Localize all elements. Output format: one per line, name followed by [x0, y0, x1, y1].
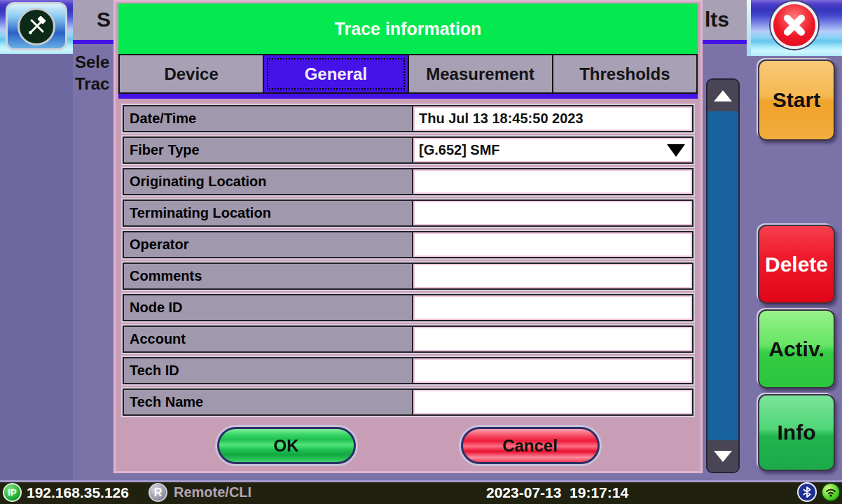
field-label: Tech ID: [124, 358, 413, 383]
info-button[interactable]: Info: [758, 394, 835, 471]
terminating-location-input[interactable]: [413, 201, 692, 225]
ip-address: 192.168.35.126: [27, 484, 129, 501]
field-label: Date/Time: [124, 106, 413, 131]
select-trace-line2: Trac: [75, 73, 114, 94]
select-trace-label-clipped: Sele Trac: [73, 44, 114, 103]
scrollbar-down-button[interactable]: [708, 440, 738, 472]
cancel-button[interactable]: Cancel: [461, 427, 600, 464]
field-label: Account: [124, 327, 413, 351]
field-label: Node ID: [124, 295, 413, 320]
background-tab-results-clipped[interactable]: lts: [705, 8, 729, 31]
scrollbar-up-icon: [714, 90, 732, 102]
ok-button[interactable]: OK: [217, 427, 356, 464]
screen: S lts Sele Trac Start Delete Activ. Info…: [0, 0, 842, 504]
dialog-title: Trace information: [118, 4, 698, 54]
table-row: Fiber Type [G.652] SMF: [123, 136, 693, 164]
table-row: Account: [123, 326, 693, 353]
field-label: Comments: [124, 264, 413, 288]
selected-tab-underline: [118, 94, 698, 99]
table-row: Node ID: [123, 294, 693, 321]
remote-badge-icon: R: [149, 483, 167, 502]
table-row: Terminating Location: [123, 200, 693, 227]
general-fields-table: Date/Time Thu Jul 13 18:45:50 2023 Fiber…: [123, 105, 693, 416]
table-row: Originating Location: [123, 168, 693, 195]
field-label: Operator: [124, 232, 413, 257]
tab-measurement[interactable]: Measurement: [408, 54, 553, 94]
field-label: Originating Location: [124, 169, 413, 194]
datetime-value: Thu Jul 13 18:45:50 2023: [413, 106, 692, 131]
tech-id-input[interactable]: [413, 358, 692, 383]
table-row: Tech Name: [123, 388, 693, 416]
dropdown-arrow-icon[interactable]: [667, 144, 685, 157]
dialog-actions: OK Cancel: [118, 427, 698, 464]
close-button[interactable]: [771, 1, 818, 49]
scrollbar-down-icon: [714, 451, 732, 462]
bluetooth-icon: [797, 482, 817, 502]
originating-location-input[interactable]: [413, 169, 692, 194]
node-id-input[interactable]: [413, 295, 692, 320]
background-tab-setup-clipped[interactable]: S: [97, 8, 111, 31]
vertical-scrollbar[interactable]: [706, 78, 740, 473]
scrollbar-up-button[interactable]: [708, 80, 738, 111]
select-trace-line1: Sele: [75, 51, 114, 73]
tools-hammer-wrench-icon: [18, 8, 55, 46]
fiber-type-select[interactable]: [G.652] SMF: [413, 138, 692, 162]
field-label: Tech Name: [124, 390, 413, 414]
delete-button[interactable]: Delete: [758, 225, 835, 304]
wifi-icon: [821, 482, 841, 502]
left-column-background: [0, 54, 73, 480]
field-label: Terminating Location: [124, 201, 413, 225]
tech-name-input[interactable]: [413, 390, 692, 414]
tab-device[interactable]: Device: [118, 54, 264, 94]
trace-information-dialog: Trace information Device General Measure…: [113, 0, 703, 473]
ip-badge-icon: IP: [3, 483, 22, 502]
close-x-icon: [779, 10, 810, 41]
operator-input[interactable]: [413, 232, 692, 257]
remote-cli-label: Remote/CLI: [174, 484, 251, 500]
account-input[interactable]: [413, 327, 692, 351]
comments-input[interactable]: [413, 264, 692, 288]
table-row: Date/Time Thu Jul 13 18:45:50 2023: [123, 105, 693, 132]
tab-thresholds[interactable]: Thresholds: [552, 54, 698, 94]
start-button[interactable]: Start: [758, 59, 835, 141]
fiber-type-value: [G.652] SMF: [419, 142, 500, 158]
table-row: Operator: [123, 231, 693, 258]
statusbar: IP 192.168.35.126 R Remote/CLI 2023-07-1…: [0, 482, 842, 504]
statusbar-datetime: 2023-07-13 19:17:14: [486, 484, 628, 501]
table-row: Tech ID: [123, 357, 693, 384]
activate-button[interactable]: Activ.: [758, 309, 835, 388]
dialog-tab-bar: Device General Measurement Thresholds: [118, 54, 698, 94]
table-row: Comments: [123, 262, 693, 290]
tools-menu-button[interactable]: [6, 2, 67, 50]
field-label: Fiber Type: [124, 138, 413, 162]
tab-general[interactable]: General: [263, 54, 408, 94]
